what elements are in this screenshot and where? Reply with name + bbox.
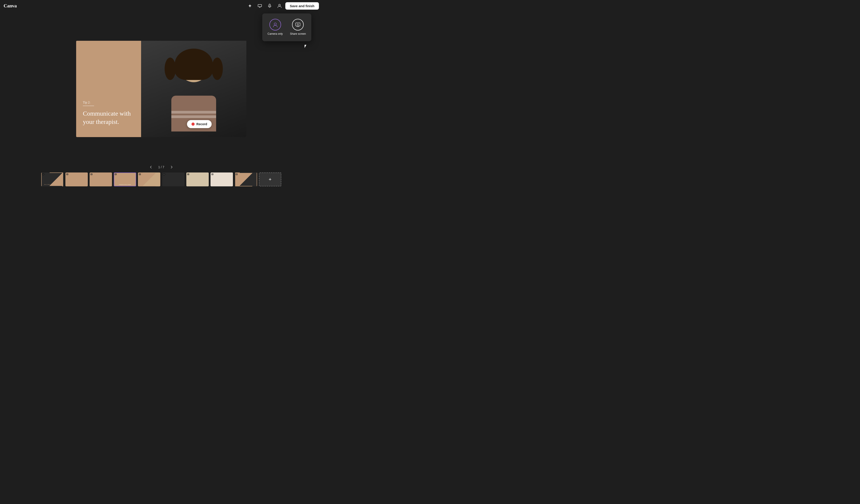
thumb-text-2: ... [76, 179, 77, 180]
svg-point-3 [274, 23, 276, 25]
thumb-inner-9 [235, 173, 257, 186]
svg-rect-0 [258, 4, 261, 7]
thumb-text-1: How to Make the Most of a Spa Day [43, 184, 62, 185]
chevron-left-icon [149, 165, 153, 169]
thumb-number-7: 7 [187, 173, 189, 175]
recording-options-dropdown: Camera only Share screen [262, 13, 311, 41]
svg-point-2 [278, 4, 281, 6]
record-dot-icon [191, 123, 195, 126]
thumb-inner-6 [162, 173, 184, 186]
thumb-inner-8 [211, 173, 232, 186]
camera-only-option[interactable]: Camera only [266, 17, 285, 38]
thumb-inner-5 [139, 173, 160, 186]
thumbnail-8[interactable]: 8 [211, 172, 233, 186]
thumbnail-4[interactable]: 4 Communicate with your therapist. [114, 172, 136, 186]
thumb-number-6: 6 [163, 173, 165, 175]
thumbnail-5[interactable]: 5 [138, 172, 160, 186]
record-button[interactable]: Record [187, 120, 212, 128]
avatar-button[interactable] [275, 2, 284, 10]
camera-only-label: Camera only [268, 32, 283, 36]
shirt-stripe-1 [171, 111, 216, 114]
person-silhouette [162, 46, 225, 131]
thumb-number-2: 2 [66, 173, 68, 175]
next-slide-button[interactable] [168, 163, 175, 171]
sparkle-icon [248, 4, 252, 8]
topnav: Canva Save and finish [0, 0, 322, 12]
svg-point-5 [297, 24, 299, 25]
mic-button[interactable] [266, 2, 274, 10]
thumb-number-4: 4 [115, 173, 117, 175]
page-indicator: 1 / 7 [158, 165, 164, 169]
mic-icon [268, 4, 272, 8]
thumbnail-9[interactable]: 9 [235, 172, 257, 186]
share-screen-label: Share screen [290, 32, 306, 36]
thumb-number-1: 1 [42, 173, 44, 175]
thumbnail-strip: 1 How to Make the Most of a Spa Day 2 ..… [0, 172, 322, 189]
topnav-right: Save and finish [246, 2, 319, 10]
thumb-inner-7 [187, 173, 208, 186]
person-circle-icon [272, 22, 278, 28]
avatar-icon [277, 4, 282, 8]
share-screen-icon [295, 22, 301, 28]
add-slide-button[interactable]: + [259, 172, 281, 186]
add-slide-icon: + [269, 176, 272, 182]
slide-canvas: Tip 2: Communicate with your therapist. … [76, 41, 246, 137]
share-screen-icon-wrap [292, 19, 304, 30]
prev-slide-button[interactable] [147, 163, 155, 171]
thumbnail-3[interactable]: 3 ... [89, 172, 112, 186]
tip-label: Tip 2: [83, 101, 134, 104]
save-finish-button[interactable]: Save and finish [285, 2, 319, 10]
thumb-number-9: 9 [235, 173, 238, 175]
present-button[interactable] [256, 2, 264, 10]
share-screen-option[interactable]: Share screen [288, 17, 308, 38]
thumbnail-1[interactable]: 1 How to Make the Most of a Spa Day [41, 172, 63, 186]
thumb-number-3: 3 [90, 173, 92, 175]
present-icon [258, 4, 262, 8]
thumb-inner-1: How to Make the Most of a Spa Day [42, 173, 63, 186]
pagination: 1 / 7 [147, 161, 175, 172]
thumb-inner-3: ... [90, 173, 112, 186]
person-hair-right [212, 58, 223, 80]
person-hair-top [175, 48, 213, 80]
thumb-inner-2: ... [66, 173, 87, 186]
svg-rect-4 [296, 23, 300, 26]
slide-main-heading: Communicate with your therapist. [83, 110, 134, 126]
thumb-inner-4: Communicate with your therapist. [114, 173, 136, 186]
topnav-left: Canva [3, 3, 17, 9]
thumb-number-5: 5 [139, 173, 141, 175]
thumb-text-4: Communicate with your therapist. [115, 184, 135, 185]
thumbnail-6[interactable]: 6 [162, 172, 185, 186]
thumbnail-2[interactable]: 2 ... [66, 172, 88, 186]
sparkle-button[interactable] [246, 2, 254, 10]
record-label: Record [197, 122, 207, 126]
chevron-right-icon [170, 165, 173, 169]
canva-logo[interactable]: Canva [3, 3, 17, 9]
slide-text-area: Tip 2: Communicate with your therapist. [76, 41, 141, 137]
thumb-text-3: ... [100, 179, 101, 180]
person-hair-left [164, 58, 176, 80]
shirt-stripe-2 [171, 115, 216, 118]
thumbnail-7[interactable]: 7 [186, 172, 209, 186]
thumb-number-8: 8 [212, 173, 213, 175]
camera-only-icon-wrap [269, 19, 281, 30]
svg-rect-1 [269, 4, 270, 6]
